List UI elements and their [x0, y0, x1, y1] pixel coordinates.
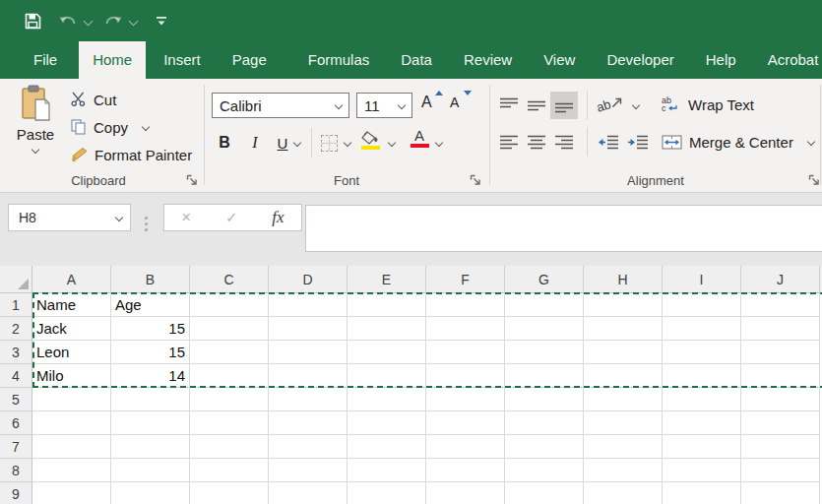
cell-B8[interactable] [111, 459, 190, 482]
align-left-button[interactable] [495, 128, 523, 156]
tab-review[interactable]: Review [450, 41, 526, 79]
tab-file[interactable]: File [16, 41, 75, 79]
font-size-combo[interactable]: 11 [356, 93, 412, 118]
decrease-indent-button[interactable] [595, 128, 622, 156]
cell-F5[interactable] [426, 388, 505, 411]
cell-G1[interactable] [505, 293, 584, 317]
cell-E3[interactable] [348, 341, 426, 364]
cell-A4[interactable]: Milo [32, 364, 111, 388]
cell-D6[interactable] [269, 411, 348, 435]
increase-indent-button[interactable] [624, 128, 652, 156]
align-center-button[interactable] [523, 128, 550, 156]
cell-E2[interactable] [348, 317, 426, 341]
column-header-I[interactable]: I [663, 266, 741, 293]
bold-button[interactable]: B [213, 130, 236, 156]
row-header-7[interactable]: 7 [0, 435, 32, 459]
tab-home[interactable]: Home [79, 41, 146, 79]
cell-I7[interactable] [663, 435, 741, 459]
middle-align-button[interactable] [523, 92, 550, 119]
column-header-H[interactable]: H [584, 266, 663, 293]
cell-I4[interactable] [663, 364, 741, 388]
cell-C2[interactable] [190, 317, 269, 341]
tab-help[interactable]: Help [692, 41, 750, 79]
cell-H6[interactable] [584, 411, 663, 435]
row-header-5[interactable]: 5 [0, 388, 32, 411]
enter-icon[interactable]: ✓ [225, 209, 238, 226]
clipboard-dialog-launcher[interactable] [186, 172, 199, 185]
cell-A9[interactable] [32, 482, 111, 504]
cell-G2[interactable] [505, 317, 584, 341]
cell-G5[interactable] [505, 388, 584, 411]
column-header-G[interactable]: G [505, 266, 584, 293]
tab-view[interactable]: View [530, 41, 589, 79]
column-header-C[interactable]: C [190, 266, 269, 293]
cell-I5[interactable] [663, 388, 741, 411]
borders-button[interactable] [321, 130, 338, 156]
font-color-dropdown[interactable] [436, 130, 442, 156]
cell-G8[interactable] [505, 459, 584, 482]
column-header-A[interactable]: A [32, 266, 111, 293]
format-painter-button[interactable]: Format Painter [71, 142, 192, 167]
tab-acrobat[interactable]: Acrobat [754, 41, 822, 79]
font-name-combo[interactable]: Calibri [212, 93, 349, 118]
cell-I3[interactable] [663, 341, 741, 364]
cell-J4[interactable] [741, 364, 820, 388]
row-header-6[interactable]: 6 [0, 411, 32, 435]
align-right-button[interactable] [550, 128, 578, 156]
cell-G7[interactable] [505, 435, 584, 459]
paste-button[interactable]: Paste [8, 85, 63, 169]
cell-I1[interactable] [663, 293, 741, 317]
cell-J8[interactable] [741, 459, 820, 482]
save-button[interactable] [24, 0, 42, 41]
cell-A2[interactable]: Jack [32, 317, 111, 341]
cell-I6[interactable] [663, 411, 741, 435]
cell-J2[interactable] [741, 317, 820, 341]
bottom-align-button[interactable] [550, 92, 578, 119]
select-all-button[interactable] [0, 266, 32, 293]
cell-E7[interactable] [348, 435, 426, 459]
cell-H3[interactable] [584, 341, 663, 364]
cell-J5[interactable] [741, 388, 820, 411]
cell-B1[interactable]: Age [111, 293, 190, 317]
cell-E5[interactable] [348, 388, 426, 411]
row-header-9[interactable]: 9 [0, 482, 32, 504]
cell-D1[interactable] [269, 293, 348, 317]
cell-J7[interactable] [741, 435, 820, 459]
cell-H9[interactable] [584, 482, 663, 504]
cell-H4[interactable] [584, 364, 663, 388]
cell-J1[interactable] [741, 293, 820, 317]
cell-J9[interactable] [741, 482, 820, 504]
undo-button[interactable] [57, 0, 79, 41]
cell-C9[interactable] [190, 482, 269, 504]
cell-C7[interactable] [190, 435, 269, 459]
font-color-button[interactable]: A [410, 129, 429, 148]
cell-B3[interactable]: 15 [111, 341, 190, 364]
cell-J3[interactable] [741, 341, 820, 364]
row-header-4[interactable]: 4 [0, 364, 32, 388]
column-header-J[interactable]: J [741, 266, 820, 293]
cell-C3[interactable] [190, 341, 269, 364]
wrap-text-button[interactable]: ab c Wrap Text [662, 92, 754, 117]
cancel-icon[interactable]: × [181, 208, 191, 227]
tab-insert[interactable]: Insert [150, 41, 215, 79]
formula-input[interactable] [305, 205, 822, 252]
cell-E6[interactable] [348, 411, 426, 435]
column-header-D[interactable]: D [269, 266, 348, 293]
cell-H5[interactable] [584, 388, 663, 411]
cell-E9[interactable] [348, 482, 426, 504]
cell-D3[interactable] [269, 341, 348, 364]
cell-G4[interactable] [505, 364, 584, 388]
merge-center-button[interactable]: Merge & Center [662, 129, 814, 155]
cell-H2[interactable] [584, 317, 663, 341]
orientation-button[interactable]: ab [597, 93, 639, 118]
underline-dropdown[interactable] [294, 130, 300, 156]
cell-D5[interactable] [269, 388, 348, 411]
cell-F7[interactable] [426, 435, 505, 459]
cell-A6[interactable] [32, 411, 111, 435]
cell-B7[interactable] [111, 435, 190, 459]
borders-dropdown[interactable] [345, 130, 350, 156]
cell-D9[interactable] [269, 482, 348, 504]
cell-H8[interactable] [584, 459, 663, 482]
formula-bar-drag-handle[interactable] [145, 217, 148, 231]
copy-dropdown-icon[interactable] [142, 123, 150, 131]
